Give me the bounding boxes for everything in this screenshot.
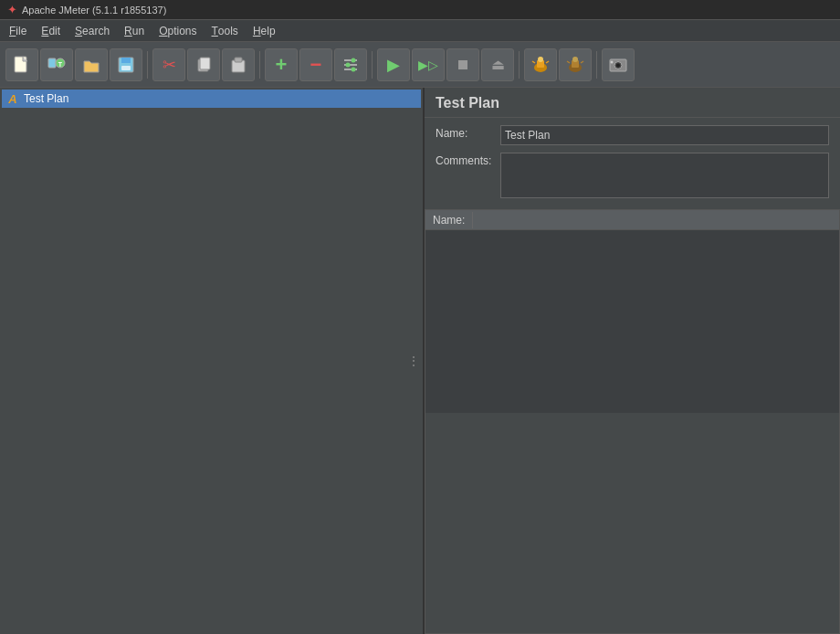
comments-field-row: Comments: xyxy=(436,153,829,198)
svg-line-25 xyxy=(567,61,570,63)
toolbar-cut-button[interactable]: ✂ xyxy=(152,48,185,81)
comments-label: Comments: xyxy=(436,153,495,167)
toolbar-copy-button[interactable] xyxy=(187,48,220,81)
right-panel: Test Plan Name: Comments: Name: xyxy=(425,88,840,634)
svg-rect-10 xyxy=(235,58,242,62)
resize-handle[interactable]: ⋮⋮ xyxy=(412,347,423,375)
toolbar: T ✂ + − xyxy=(0,42,840,88)
svg-line-21 xyxy=(546,61,549,63)
toolbar-sep-2 xyxy=(259,51,260,79)
svg-point-29 xyxy=(616,63,620,67)
toolbar-remote-start-button[interactable] xyxy=(524,48,557,81)
svg-rect-6 xyxy=(121,66,131,70)
name-field-row: Name: xyxy=(436,125,829,145)
menu-run[interactable]: Run xyxy=(117,20,152,41)
table-section: Name: xyxy=(425,209,840,634)
svg-text:T: T xyxy=(58,61,63,68)
right-panel-fields: Name: Comments: xyxy=(425,118,840,206)
toolbar-sep-5 xyxy=(596,51,597,79)
svg-point-24 xyxy=(572,57,578,62)
table-header-row: Name: xyxy=(425,210,839,230)
menu-options[interactable]: Options xyxy=(152,20,204,41)
name-label: Name: xyxy=(436,125,495,140)
toolbar-paste-button[interactable] xyxy=(222,48,255,81)
svg-point-15 xyxy=(346,62,351,67)
toolbar-stop-button[interactable]: ⏹ xyxy=(446,48,479,81)
table-header-name: Name: xyxy=(425,212,473,228)
toolbar-sep-1 xyxy=(147,51,148,79)
toolbar-new-button[interactable] xyxy=(5,48,38,81)
main-content: A Test Plan ⋮⋮ Test Plan Name: Comments: xyxy=(0,88,840,634)
app-icon: ✦ xyxy=(7,3,17,16)
toolbar-save-button[interactable] xyxy=(110,48,142,81)
toolbar-open-button[interactable] xyxy=(75,48,108,81)
toolbar-start-no-pause-button[interactable]: ▶▷ xyxy=(412,48,445,81)
toolbar-start-button[interactable]: ▶ xyxy=(377,48,410,81)
menu-tools[interactable]: Tools xyxy=(205,20,246,41)
name-input[interactable] xyxy=(500,125,829,145)
table-body[interactable] xyxy=(425,230,839,413)
toolbar-sep-3 xyxy=(372,51,373,79)
svg-line-20 xyxy=(532,61,535,63)
toolbar-sep-4 xyxy=(519,51,520,79)
toolbar-remote-stop-button[interactable] xyxy=(559,48,592,81)
app-title: Apache JMeter (5.1.1 r1855137) xyxy=(22,5,166,16)
svg-point-16 xyxy=(352,67,356,71)
menu-search[interactable]: Search xyxy=(68,20,117,41)
svg-line-26 xyxy=(581,61,583,63)
tree-panel-inner: A Test Plan xyxy=(0,88,423,110)
menu-help[interactable]: Help xyxy=(246,20,283,41)
toolbar-add-button[interactable]: + xyxy=(265,48,298,81)
toolbar-extra-button[interactable] xyxy=(602,48,635,81)
menu-file[interactable]: File xyxy=(2,20,34,41)
tree-panel: A Test Plan ⋮⋮ xyxy=(0,88,425,634)
svg-rect-8 xyxy=(200,58,210,69)
svg-rect-5 xyxy=(121,58,131,63)
tree-item-test-plan-label: Test Plan xyxy=(24,92,68,105)
toolbar-toggle-button[interactable] xyxy=(334,48,367,81)
tree-item-test-plan[interactable]: A Test Plan xyxy=(2,90,421,108)
menu-bar: File Edit Search Run Options Tools Help xyxy=(0,20,840,42)
svg-point-19 xyxy=(538,57,543,62)
svg-point-14 xyxy=(352,58,356,62)
comments-input[interactable] xyxy=(500,153,829,198)
toolbar-shutdown-button[interactable]: ⏏ xyxy=(481,48,514,81)
menu-edit[interactable]: Edit xyxy=(34,20,68,41)
toolbar-remove-button[interactable]: − xyxy=(299,48,332,81)
test-plan-icon: A xyxy=(5,91,20,106)
svg-rect-1 xyxy=(48,58,56,68)
right-panel-title: Test Plan xyxy=(425,88,840,118)
svg-point-30 xyxy=(611,60,614,63)
title-bar: ✦ Apache JMeter (5.1.1 r1855137) xyxy=(0,0,840,20)
toolbar-templates-button[interactable]: T xyxy=(40,48,73,81)
